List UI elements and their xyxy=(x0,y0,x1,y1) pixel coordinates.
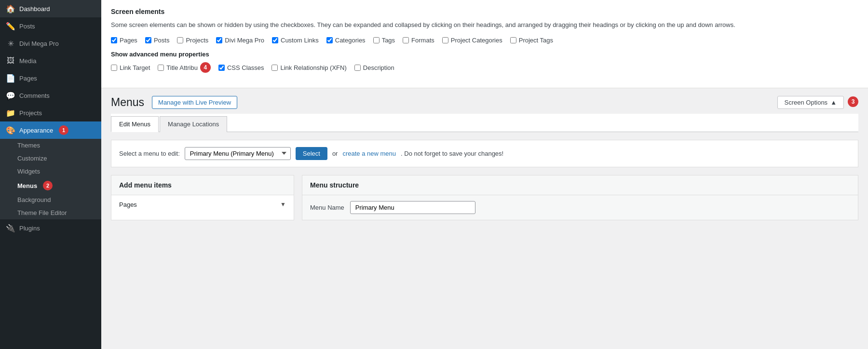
sidebar: 🏠 Dashboard ✏️ Posts ✳ Divi Mega Pro 🖼 M… xyxy=(0,0,101,349)
sidebar-item-label: Dashboard xyxy=(19,5,50,13)
sidebar-item-label: Divi Mega Pro xyxy=(19,40,59,47)
cb-css-classes-label: CSS Classes xyxy=(227,64,264,71)
live-preview-button[interactable]: Manage with Live Preview xyxy=(152,96,237,109)
theme-file-editor-label: Theme File Editor xyxy=(17,209,67,216)
cb-pages-label: Pages xyxy=(120,37,137,44)
tab-manage-locations[interactable]: Manage Locations xyxy=(160,116,227,132)
cb-projects[interactable]: Projects xyxy=(177,37,208,44)
cb-divi-mega-pro-input[interactable] xyxy=(216,37,222,43)
sidebar-item-label: Media xyxy=(19,57,36,65)
cb-formats-input[interactable] xyxy=(403,37,409,43)
divi-icon: ✳ xyxy=(6,39,15,48)
sidebar-appearance-submenu: Themes Customize Widgets Menus 2 Backgro… xyxy=(0,139,101,219)
save-reminder-text: . Do not forget to save your changes! xyxy=(401,150,503,157)
projects-icon: 📁 xyxy=(6,108,15,118)
screen-checkboxes-row: Pages Posts Projects Divi Mega Pro Custo… xyxy=(111,37,858,44)
cb-title-attributes-input[interactable] xyxy=(158,65,164,71)
screen-options-btn-label: Screen Options xyxy=(785,99,828,106)
menu-name-row: Menu Name xyxy=(302,195,858,220)
cb-posts-input[interactable] xyxy=(145,37,151,43)
cb-link-target[interactable]: Link Target xyxy=(111,64,150,71)
cb-custom-links[interactable]: Custom Links xyxy=(272,37,319,44)
sidebar-item-themes[interactable]: Themes xyxy=(0,139,101,152)
advanced-checkboxes-row: Link Target Title Attribu4 CSS Classes L… xyxy=(111,63,858,73)
cb-categories-input[interactable] xyxy=(326,37,333,43)
cb-link-relationship-label: Link Relationship (XFN) xyxy=(280,64,346,71)
cb-project-tags[interactable]: Project Tags xyxy=(510,37,553,44)
cb-tags-input[interactable] xyxy=(373,37,380,43)
plugins-icon: 🔌 xyxy=(6,223,15,233)
widgets-label: Widgets xyxy=(17,168,40,175)
sidebar-item-label: Pages xyxy=(19,75,37,82)
menu-structure-header: Menu structure xyxy=(302,175,858,195)
sidebar-item-theme-file-editor[interactable]: Theme File Editor xyxy=(0,206,101,219)
cb-categories[interactable]: Categories xyxy=(326,37,366,44)
sidebar-item-comments[interactable]: 💬 Comments xyxy=(0,87,101,104)
cb-tags-label: Tags xyxy=(382,37,395,44)
customize-label: Customize xyxy=(17,155,47,162)
cb-tags[interactable]: Tags xyxy=(373,37,395,44)
cb-description-input[interactable] xyxy=(354,65,361,71)
cb-posts[interactable]: Posts xyxy=(145,37,170,44)
cb-css-classes[interactable]: CSS Classes xyxy=(218,64,264,71)
sidebar-item-appearance[interactable]: 🎨 Appearance 1 xyxy=(0,121,101,139)
cb-pages-input[interactable] xyxy=(111,37,117,43)
sidebar-item-posts[interactable]: ✏️ Posts xyxy=(0,17,101,35)
add-menu-items-header: Add menu items xyxy=(111,175,294,195)
main-content: Screen elements Some screen elements can… xyxy=(101,0,868,349)
title-attributes-badge: 4 xyxy=(200,62,211,73)
cb-custom-links-label: Custom Links xyxy=(281,37,319,44)
cb-custom-links-input[interactable] xyxy=(272,37,278,43)
cb-title-attributes[interactable]: Title Attribu4 xyxy=(158,63,211,73)
sidebar-item-label: Projects xyxy=(19,109,42,117)
cb-pages[interactable]: Pages xyxy=(111,37,137,44)
screen-options-panel: Screen elements Some screen elements can… xyxy=(101,0,868,88)
sidebar-item-projects[interactable]: 📁 Projects xyxy=(0,104,101,121)
screen-options-button[interactable]: Screen Options ▲ xyxy=(777,96,844,109)
cb-divi-mega-pro-label: Divi Mega Pro xyxy=(225,37,264,44)
cb-formats[interactable]: Formats xyxy=(403,37,434,44)
cb-link-relationship[interactable]: Link Relationship (XFN) xyxy=(271,64,346,71)
menu-structure-col: Menu structure Menu Name xyxy=(302,175,858,220)
appearance-icon: 🎨 xyxy=(6,125,15,135)
cb-project-tags-input[interactable] xyxy=(510,37,516,43)
cb-divi-mega-pro[interactable]: Divi Mega Pro xyxy=(216,37,264,44)
sidebar-item-label: Comments xyxy=(19,92,50,99)
cb-link-target-label: Link Target xyxy=(120,64,150,71)
sidebar-item-customize[interactable]: Customize xyxy=(0,152,101,165)
page-header: Menus Manage with Live Preview Screen Op… xyxy=(101,88,868,114)
cb-categories-label: Categories xyxy=(335,37,366,44)
select-button[interactable]: Select xyxy=(296,147,327,160)
create-new-menu-link[interactable]: create a new menu xyxy=(342,150,396,157)
menu-name-input[interactable] xyxy=(350,201,475,214)
posts-icon: ✏️ xyxy=(6,21,15,31)
pages-icon: 📄 xyxy=(6,73,15,83)
cb-css-classes-input[interactable] xyxy=(218,65,225,71)
sidebar-item-pages[interactable]: 📄 Pages xyxy=(0,69,101,87)
sidebar-item-media[interactable]: 🖼 Media xyxy=(0,52,101,69)
sidebar-item-background[interactable]: Background xyxy=(0,193,101,206)
sidebar-item-divi-mega-pro[interactable]: ✳ Divi Mega Pro xyxy=(0,35,101,52)
tab-edit-menus[interactable]: Edit Menus xyxy=(111,116,159,132)
cb-projects-input[interactable] xyxy=(177,37,183,43)
cb-link-target-input[interactable] xyxy=(111,65,117,71)
cb-description[interactable]: Description xyxy=(354,64,394,71)
sidebar-item-widgets[interactable]: Widgets xyxy=(0,165,101,178)
menu-select-dropdown[interactable]: Primary Menu (Primary Menu) xyxy=(185,147,291,160)
cb-formats-label: Formats xyxy=(411,37,434,44)
pages-accordion-label: Pages xyxy=(119,201,137,208)
sidebar-item-plugins[interactable]: 🔌 Plugins xyxy=(0,219,101,237)
comments-icon: 💬 xyxy=(6,91,15,100)
screen-options-badge: 3 xyxy=(848,96,858,107)
cb-project-categories[interactable]: Project Categories xyxy=(442,37,502,44)
sidebar-item-dashboard[interactable]: 🏠 Dashboard xyxy=(0,0,101,17)
screen-elements-title: Screen elements xyxy=(111,8,858,15)
sidebar-item-menus[interactable]: Menus 2 xyxy=(0,178,101,193)
cb-project-categories-input[interactable] xyxy=(442,37,448,43)
select-label: Select a menu to edit: xyxy=(119,150,180,157)
menus-label: Menus xyxy=(17,182,37,189)
pages-accordion-row[interactable]: Pages ▼ xyxy=(111,195,294,214)
cb-link-relationship-input[interactable] xyxy=(271,65,278,71)
select-menu-row: Select a menu to edit: Primary Menu (Pri… xyxy=(111,140,858,167)
background-label: Background xyxy=(17,196,51,203)
